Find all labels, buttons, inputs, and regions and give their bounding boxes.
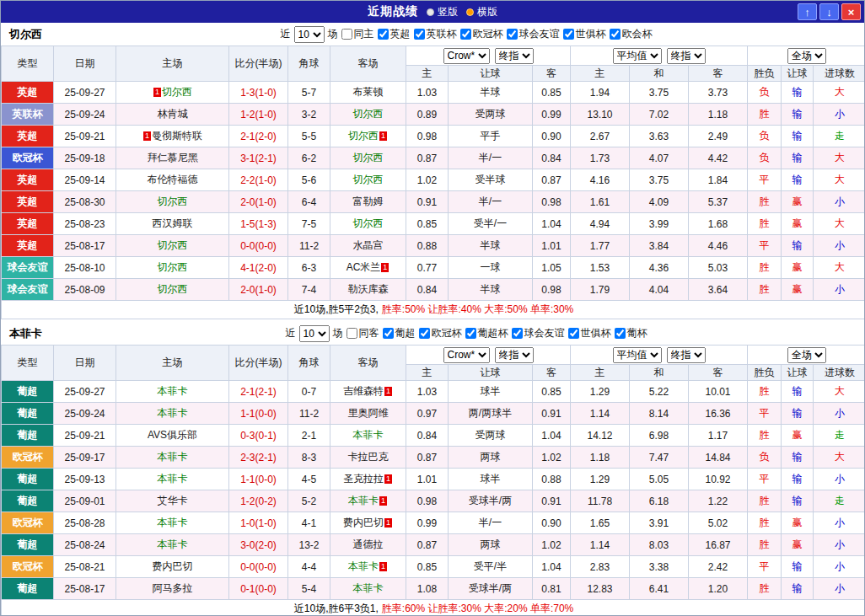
away-team-cell: 本菲卡 [330, 425, 406, 447]
radio-dot-selected-icon [466, 8, 474, 16]
layout-radio-vertical[interactable]: 竖版 [427, 5, 458, 19]
match-row: 葡超25-09-01艾华卡1-2(0-2)5-2本菲卡10.98受球半/两0.9… [2, 490, 865, 512]
scope-select[interactable]: 全场 [787, 48, 826, 64]
league-filter[interactable]: 同客 [347, 326, 379, 340]
match-row: 英超25-09-14布伦特福德2-2(1-0)5-6切尔西1.02受半球0.87… [2, 169, 865, 191]
league-filter-checkbox[interactable] [568, 328, 579, 339]
asian-stage-select[interactable]: 终指 [495, 347, 534, 363]
handicap-result-cell: 输 [782, 82, 814, 104]
avg-away-cell: 1.17 [689, 425, 748, 447]
result-scope-dropdown: 全场 [748, 345, 865, 365]
result-cell: 胜 [748, 213, 782, 235]
odds-home-cell: 0.98 [406, 126, 449, 147]
asian-stage-select[interactable]: 终指 [495, 48, 534, 64]
league-filter[interactable]: 球会友谊 [507, 27, 560, 41]
result-cell: 胜 [748, 425, 782, 447]
scope-select[interactable]: 全场 [787, 347, 826, 363]
league-filter[interactable]: 葡超 [383, 326, 416, 340]
result-scope-dropdown: 全场 [748, 46, 865, 66]
match-row: 球会友谊25-08-09切尔西2-0(1-0)7-4勒沃库森0.84半球0.98… [2, 279, 865, 301]
away-team-name: 卡拉巴克 [348, 451, 389, 463]
league-filter[interactable]: 欧冠杯 [460, 27, 503, 41]
result-cell: 平 [748, 403, 782, 425]
home-team-cell: AVS俱乐部 [116, 425, 229, 447]
league-filter[interactable]: 球会友谊 [512, 326, 565, 340]
column-header: 客场 [330, 46, 406, 82]
match-count-select[interactable]: 10 [294, 26, 325, 43]
odds-home-cell: 0.85 [406, 556, 449, 578]
odds-home-cell: 0.98 [406, 490, 449, 512]
layout-radio-horizontal[interactable]: 横版 [466, 5, 497, 19]
corners-cell: 6-3 [288, 257, 330, 279]
league-filter[interactable]: 世俱杯 [568, 326, 611, 340]
match-row: 英超25-08-17切尔西0-0(0-0)11-2水晶宫0.88半球1.011.… [2, 235, 865, 257]
league-filter-checkbox[interactable] [347, 328, 357, 339]
league-filter[interactable]: 同主 [341, 27, 374, 41]
match-date-cell: 25-08-09 [54, 279, 116, 301]
avg-home-cell: 1.14 [571, 403, 630, 425]
away-team-name: 切尔西 [348, 130, 379, 142]
home-team-name: 本菲卡 [158, 517, 188, 528]
average-select[interactable]: 平均值 [613, 347, 662, 363]
match-count-select[interactable]: 10 [299, 325, 330, 342]
league-filter-checkbox[interactable] [615, 328, 626, 339]
team-name: 本菲卡 [1, 326, 68, 341]
match-type-cell: 欧冠杯 [2, 147, 54, 169]
league-filter[interactable]: 英联杯 [414, 27, 457, 41]
corners-cell: 5-4 [288, 578, 330, 600]
league-filter[interactable]: 世俱杯 [563, 27, 606, 41]
match-type-cell: 欧冠杯 [2, 447, 54, 469]
column-header: 客 [689, 66, 748, 82]
match-type-cell: 英超 [2, 126, 54, 147]
filter-prefix-label: 近 [286, 326, 296, 340]
euro-stage-select[interactable]: 终指 [667, 347, 706, 363]
column-header: 和 [630, 66, 689, 82]
home-team-name: 林肯城 [158, 108, 188, 120]
avg-home-cell: 14.12 [571, 425, 630, 447]
asian-odds-dropdowns: Crow*终指 [406, 345, 571, 365]
filter-bar: 近10场同客葡超欧冠杯葡超杯球会友谊世俱杯葡杯 [68, 325, 864, 342]
match-type-cell: 葡超 [2, 425, 54, 447]
close-button[interactable]: × [841, 3, 861, 20]
move-down-button[interactable]: ↓ [819, 3, 839, 20]
league-filter-checkbox[interactable] [341, 29, 352, 40]
score-cell: 2-0(1-0) [229, 191, 288, 213]
avg-draw-cell: 8.14 [630, 403, 689, 425]
league-filter-checkbox[interactable] [512, 328, 523, 339]
league-filter-checkbox[interactable] [465, 328, 476, 339]
avg-away-cell: 1.84 [689, 169, 748, 191]
match-date-cell: 25-08-23 [54, 213, 116, 235]
result-cell: 胜 [748, 381, 782, 403]
layout-radio-vertical-label: 竖版 [438, 5, 458, 19]
league-filter[interactable]: 葡杯 [615, 326, 647, 340]
league-filter-checkbox[interactable] [383, 328, 394, 339]
handicap-result-cell: 输 [782, 490, 814, 512]
league-filter-checkbox[interactable] [414, 29, 425, 40]
match-type-cell: 欧冠杯 [2, 556, 54, 578]
league-filter[interactable]: 葡超杯 [465, 326, 508, 340]
league-filter-checkbox[interactable] [507, 29, 518, 40]
league-filter-checkbox[interactable] [610, 29, 621, 40]
league-filter-checkbox[interactable] [563, 29, 574, 40]
section-filter-row: 本菲卡近10场同客葡超欧冠杯葡超杯球会友谊世俱杯葡杯 [1, 322, 864, 345]
bookmaker-select[interactable]: Crow* [443, 48, 490, 64]
average-select[interactable]: 平均值 [613, 48, 662, 64]
asian-odds-dropdowns: Crow*终指 [406, 46, 571, 66]
league-filter-checkbox[interactable] [378, 29, 389, 40]
column-header: 比分(半场) [229, 46, 288, 82]
odds-away-cell: 0.90 [533, 512, 571, 534]
bookmaker-select[interactable]: Crow* [443, 347, 490, 363]
score-cell: 1-1(0-0) [229, 403, 288, 425]
league-filter-checkbox[interactable] [460, 29, 471, 40]
avg-away-cell: 3.64 [689, 279, 748, 301]
match-type-cell: 英超 [2, 235, 54, 257]
league-filter-checkbox[interactable] [419, 328, 430, 339]
avg-draw-cell: 6.18 [630, 490, 689, 512]
score-cell: 0-0(0-0) [229, 556, 288, 578]
league-filter[interactable]: 欧冠杯 [419, 326, 462, 340]
league-filter[interactable]: 英超 [378, 27, 411, 41]
league-filter[interactable]: 欧会杯 [610, 27, 653, 41]
euro-stage-select[interactable]: 终指 [667, 48, 706, 64]
odds-away-cell: 0.98 [533, 191, 571, 213]
move-up-button[interactable]: ↑ [798, 3, 817, 20]
